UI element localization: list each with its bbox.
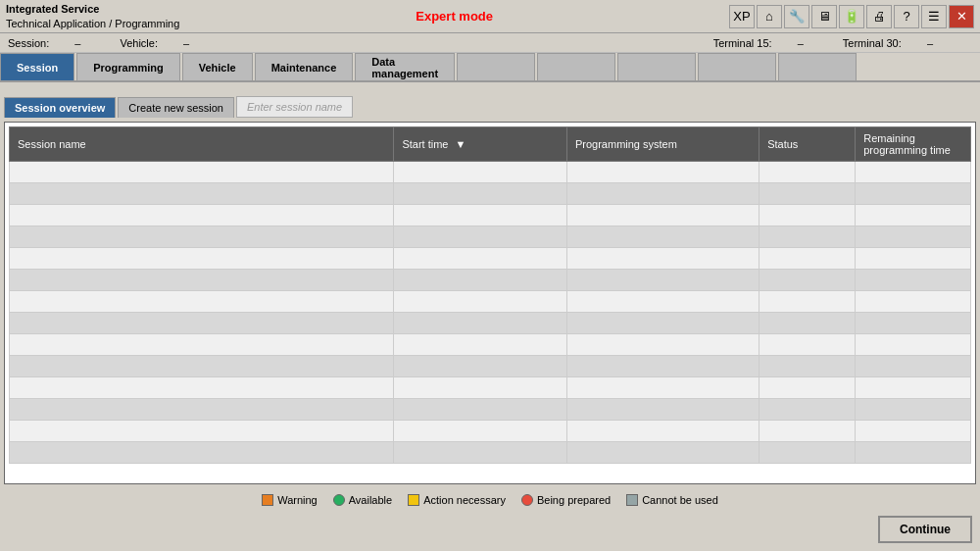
table-row[interactable]	[10, 442, 971, 464]
table-cell	[566, 162, 759, 183]
table-row[interactable]	[10, 205, 971, 226]
table-cell	[760, 334, 856, 356]
table-cell	[394, 442, 567, 464]
status-bar: Warning Available Action necessary Being…	[0, 488, 980, 512]
tab-10[interactable]	[778, 53, 857, 80]
session-info: Session: –	[8, 37, 100, 49]
warning-icon	[262, 494, 273, 506]
print-button[interactable]: 🖨	[866, 5, 892, 28]
table-cell	[760, 205, 856, 226]
table-cell	[566, 313, 759, 334]
table-cell	[394, 377, 567, 399]
table-cell	[566, 205, 759, 226]
table-row[interactable]	[10, 399, 971, 421]
table-row[interactable]	[10, 377, 971, 399]
battery-button[interactable]: 🔋	[839, 5, 864, 28]
home-button[interactable]: ⌂	[757, 5, 782, 28]
table-cell	[10, 270, 394, 291]
subtab-session-overview[interactable]: Session overview	[4, 97, 116, 118]
tab-programming[interactable]: Programming	[76, 53, 180, 80]
table-cell	[10, 334, 394, 356]
subtab-create-new-session[interactable]: Create new session	[118, 97, 234, 118]
available-icon	[333, 494, 345, 506]
table-cell	[566, 399, 759, 421]
table-row[interactable]	[10, 270, 971, 291]
tab-vehicle[interactable]: Vehicle	[182, 53, 253, 80]
action-icon	[408, 494, 419, 506]
col-header-status: Status	[760, 127, 856, 162]
tab-data-management[interactable]: Datamanagement	[355, 53, 455, 80]
screen-button[interactable]: 🖥	[811, 5, 837, 28]
legend-action-label: Action necessary	[423, 494, 506, 506]
continue-button[interactable]: Continue	[878, 516, 972, 543]
title-bar: Integrated Service Technical Application…	[0, 0, 980, 33]
table-cell	[856, 205, 971, 226]
table-cell	[856, 421, 971, 442]
table-cell	[856, 313, 971, 334]
legend-action: Action necessary	[408, 494, 506, 506]
legend-available: Available	[333, 494, 392, 506]
tab-7[interactable]	[537, 53, 615, 80]
close-button[interactable]: ✕	[949, 5, 974, 28]
table-cell	[856, 356, 971, 377]
info-bar: Session: – Vehicle: – Terminal 15: – Ter…	[0, 33, 980, 53]
table-cell	[10, 442, 394, 464]
col-header-remaining: Remaining programming time	[856, 127, 971, 162]
table-row[interactable]	[10, 183, 971, 205]
subtab-enter-session-name[interactable]: Enter session name	[236, 96, 353, 118]
tab-session[interactable]: Session	[0, 53, 74, 80]
table-row[interactable]	[10, 356, 971, 377]
table-cell	[760, 356, 856, 377]
table-cell	[856, 399, 971, 421]
table-cell	[566, 248, 759, 270]
table-row[interactable]	[10, 291, 971, 313]
sort-arrow-icon: ▼	[456, 138, 466, 150]
col-header-start-time[interactable]: Start time ▼	[394, 127, 567, 162]
col-header-name: Session name	[10, 127, 394, 162]
table-row[interactable]	[10, 334, 971, 356]
table-cell	[566, 291, 759, 313]
table-cell	[10, 421, 394, 442]
tab-9[interactable]	[698, 53, 776, 80]
table-cell	[856, 226, 971, 248]
nav-tabs: Session Programming Vehicle Maintenance …	[0, 53, 980, 82]
help-button[interactable]: ?	[894, 5, 919, 28]
table-cell	[760, 270, 856, 291]
tab-8[interactable]	[617, 53, 696, 80]
terminal30-info: Terminal 30: –	[843, 37, 953, 49]
table-cell	[856, 270, 971, 291]
prepared-icon	[521, 494, 533, 506]
table-cell	[394, 334, 567, 356]
table-row[interactable]	[10, 226, 971, 248]
table-cell	[10, 377, 394, 399]
table-row[interactable]	[10, 421, 971, 442]
tab-maintenance[interactable]: Maintenance	[255, 53, 354, 80]
table-cell	[856, 183, 971, 205]
table-cell	[10, 356, 394, 377]
table-cell	[566, 334, 759, 356]
table-cell	[760, 399, 856, 421]
table-row[interactable]	[10, 162, 971, 183]
session-table: Session name Start time ▼ Programming sy…	[9, 126, 971, 464]
tools-button[interactable]: 🔧	[784, 5, 809, 28]
table-cell	[856, 377, 971, 399]
table-cell	[856, 334, 971, 356]
table-cell	[394, 248, 567, 270]
table-cell	[10, 313, 394, 334]
table-row[interactable]	[10, 248, 971, 270]
table-cell	[760, 183, 856, 205]
legend-cannot-label: Cannot be used	[642, 494, 718, 506]
table-cell	[10, 291, 394, 313]
vehicle-info: Vehicle: –	[120, 37, 209, 49]
legend-prepared: Being prepared	[521, 494, 611, 506]
table-row[interactable]	[10, 313, 971, 334]
legend-cannot: Cannot be used	[626, 494, 718, 506]
app-title-line1: Integrated Service	[6, 2, 179, 16]
list-button[interactable]: ☰	[921, 5, 947, 28]
table-cell	[394, 356, 567, 377]
main-content: Session name Start time ▼ Programming sy…	[4, 122, 976, 484]
app-title-line2: Technical Application / Programming	[6, 17, 179, 30]
xp-button[interactable]: XP	[729, 5, 755, 28]
table-cell	[566, 377, 759, 399]
tab-6[interactable]	[457, 53, 535, 80]
